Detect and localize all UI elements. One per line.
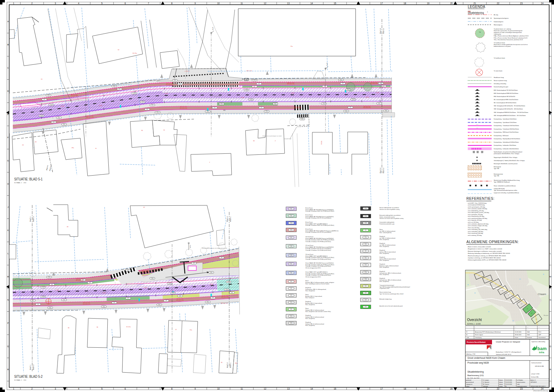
svg-text:-V14-B: -V14-B [40, 115, 43, 116]
svg-text:CEP.06113: CEP.06113 [530, 382, 537, 383]
svg-text:Hergebruik: Hergebruik [305, 315, 311, 316]
svg-text:Te handhaven boom: Te handhaven boom [494, 42, 505, 44]
svg-text:V11: V11 [258, 83, 260, 84]
svg-text:30 mm SMA 8 COH® Light (APH 63: 30 mm SMA 8 COH® Light (APH 630604.1) [305, 223, 328, 225]
svg-text:D: D [7, 90, 9, 92]
svg-text:Kleur: rood (hergebruik): Kleur: rood (hergebruik) [379, 232, 392, 233]
svg-text:22: 22 [497, 2, 500, 5]
svg-text:4: 4 [78, 387, 79, 390]
svg-text:R05 (Grijs 4.90): R05 (Grijs 4.90) [86, 117, 93, 118]
svg-text:V04d: V04d [290, 222, 292, 224]
svg-text:- Xref-n-owl_002.dwg: - Xref-n-owl_002.dwg [467, 227, 479, 229]
svg-text:2: 2 [32, 2, 33, 5]
svg-text:EN: EN [223, 109, 225, 111]
svg-text:17: 17 [380, 387, 383, 390]
svg-text:250 mm menggranulaat 0/31.5: 250 mm menggranulaat 0/31.5 [305, 267, 321, 269]
svg-text:- Xref-n-markering_004.dwg: - Xref-n-markering_004.dwg [467, 233, 483, 234]
svg-text:Telefoon (073) 681 28 12: Telefoon (073) 681 28 12 [496, 354, 511, 355]
svg-text:- Maten in meters, tenzij ande: - Maten in meters, tenzij anders vermeld… [467, 246, 491, 248]
svg-text:Gecontroleerd: Gecontroleerd [538, 337, 545, 338]
svg-text:M: M [549, 276, 551, 278]
svg-text:13: 13 [287, 2, 290, 5]
svg-text:R05 (Grijs 4.90): R05 (Grijs 4.90) [287, 83, 294, 85]
svg-text:V11: V11 [63, 299, 65, 301]
svg-text:12-09-2024: 12-09-2024 [515, 331, 521, 333]
svg-text:12-09-2024: 12-09-2024 [506, 384, 512, 385]
svg-text:Lijngoot (niet verharding, evt: Lijngoot (niet verharding, evt geleideba… [494, 192, 519, 194]
svg-text:- Markering, bebording en beba: - Markering, bebording en bebakening, zi… [467, 253, 510, 254]
svg-text:30 mm SMA-NL 8B 70/100 BSt Pan: 30 mm SMA-NL 8B 70/100 BSt Panacea (am53… [305, 209, 334, 211]
svg-text:Groot onderhoud N639 Kom Chaam: Groot onderhoud N639 Kom Chaam [467, 357, 506, 359]
svg-text:55 mm AC 16 bin/base 30% PR TD: 55 mm AC 16 bin/base 30% PR TDL (an15330… [305, 217, 331, 219]
svg-text:10: 10 [217, 2, 220, 5]
svg-text:-V14-B: -V14-B [245, 89, 248, 91]
svg-text:Kantopsluiting - Trottoirband: Kantopsluiting - Trottoirband 180/200x25… [494, 128, 519, 130]
svg-text:Kleur: (hergebruik): Kleur: (hergebruik) [379, 267, 389, 268]
svg-text:85 mm Frezen: 85 mm Frezen [305, 229, 313, 230]
svg-text:8: 8 [171, 2, 172, 5]
svg-text:Aanpassing VOP's Bredaseweg en: Aanpassing VOP's Bredaseweg en Beekstraa… [475, 331, 501, 333]
svg-text:V05a: V05a [253, 79, 256, 81]
svg-text:Kleur: (hergebruik): Kleur: (hergebruik) [305, 325, 315, 326]
svg-text:1: 1 [13, 2, 15, 5]
svg-text:1: 1 [13, 387, 15, 390]
svg-text:24: 24 [22, 144, 24, 146]
svg-text:SCHAAL 1 : 200: SCHAAL 1 : 200 [14, 182, 26, 184]
svg-text:14: 14 [310, 2, 313, 5]
svg-text:Dwp-06: Dwp-06 [327, 63, 328, 66]
svg-text:Bestaande middengeleider van p: Bestaande middengeleider van printbeton [379, 215, 401, 216]
svg-text:datum: datum [499, 382, 503, 383]
svg-text:R05 (Grijs 4.90): R05 (Grijs 4.90) [176, 300, 184, 301]
svg-text:K: K [550, 229, 551, 231]
svg-text:Bestaande ASR handhaven, evt i: Bestaande ASR handhaven, evt in hoogte o… [202, 248, 227, 249]
svg-text:Type: M1 Eenvoudig middelhoog: Type: M1 Eenvoudig middelhoog bloemrijk … [379, 286, 410, 288]
svg-text:- xref-n-maatvoering_001.dwg: - xref-n-maatvoering_001.dwg [467, 216, 484, 217]
svg-text:-V14-B: -V14-B [42, 286, 45, 288]
svg-text:Situatietekening: Situatietekening [467, 371, 484, 373]
svg-text:3.31: 3.31 [253, 87, 254, 88]
svg-text:Betontegels 300x300x60, zwart/: Betontegels 300x300x60, zwart/wit patroo… [494, 163, 518, 164]
svg-text:Blad 5-2: Blad 5-2 [383, 168, 384, 173]
svg-text:V11: V11 [37, 304, 39, 305]
svg-text:12-09-2024: 12-09-2024 [506, 380, 512, 381]
svg-text:Kleur: (hergebruik): Kleur: (hergebruik) [379, 281, 389, 282]
svg-text:12-09-2024: 12-09-2024 [506, 382, 512, 383]
svg-text:15: 15 [334, 387, 337, 390]
svg-text:1.59: 1.59 [373, 102, 374, 104]
svg-text:Blad 6-1: Blad 6-1 [230, 216, 231, 222]
svg-text:50 mm AC 16 bin/base 30/45 70%: 50 mm AC 16 bin/base 30/45 70% PR BSt (a… [305, 273, 334, 275]
svg-text:bam: bam [537, 346, 547, 351]
svg-text:Inrit, SBS, df, halfsteenverba: Inrit, SBS, df, halfsteenverband, [379, 244, 396, 246]
svg-text:Type: WB/BB 60/1 BioBased: Type: WB/BB 60/1 BioBased [494, 181, 510, 183]
svg-text:Nieuw: Nieuw [305, 308, 309, 309]
svg-text:V08a: V08a [364, 208, 367, 209]
svg-text:code: code [517, 384, 520, 385]
svg-text:Kantopsluiting - Inritbanden 2: Kantopsluiting - Inritbanden 200x200mm [494, 145, 516, 146]
svg-text:V11: V11 [119, 88, 120, 90]
svg-text:- xref-n-groenplan_001.dwg: - xref-n-groenplan_001.dwg [467, 214, 483, 215]
svg-text:Hergebruik: Hergebruik [379, 250, 385, 251]
svg-text:V05b: V05b [290, 322, 292, 324]
svg-text:13: 13 [287, 387, 290, 390]
svg-text:G02: G02 [51, 284, 53, 285]
svg-text:Uitvoeren als visuele drempel: Uitvoeren als visuele drempel i.v.m. boc… [262, 135, 282, 137]
svg-text:7: 7 [148, 387, 149, 390]
svg-text:85 mm Frezen: 85 mm Frezen [305, 214, 313, 216]
svg-text:13: 13 [41, 78, 43, 80]
svg-text:29a: 29a [72, 147, 74, 149]
svg-text:H: H [7, 183, 9, 185]
svg-text:G. Langen: G. Langen [483, 380, 489, 381]
svg-text:Blad 5-2: Blad 5-2 [33, 216, 34, 222]
svg-text:+1.5.00: +1.5.00 [209, 284, 213, 285]
svg-text:V11a: V11a [103, 306, 105, 308]
svg-text:V05a: V05a [113, 86, 116, 87]
svg-text:N: N [549, 299, 551, 301]
svg-text:bodemverbeteraar in de grond.: bodemverbeteraar in de grond. [494, 46, 511, 47]
svg-text:Meijsbe: Meijsbe [544, 314, 549, 316]
svg-text:Hergebruik: Hergebruik [379, 257, 385, 258]
svg-text:Voetpad, SBS, kf, halfsteensve: Voetpad, SBS, kf, halfsteensverband [305, 310, 324, 311]
svg-text:Cruydt-Hoeck 2022: Cruydt-Hoeck 2022 [379, 288, 390, 289]
svg-text:3: 3 [55, 387, 56, 390]
svg-text:I01: I01 [365, 230, 367, 231]
svg-text:55 mm AC 16 bin/base 30% PR TD: 55 mm AC 16 bin/base 30% PR TDL (an15330… [305, 232, 331, 233]
